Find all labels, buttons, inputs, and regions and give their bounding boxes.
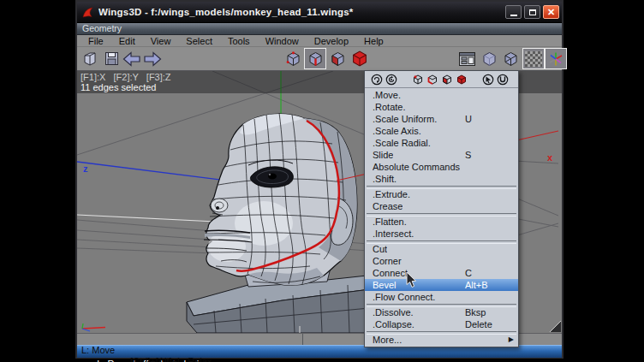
menu-item-shortcut: Delete [465,318,513,330]
close-button[interactable]: ✕ [543,5,559,19]
light-grid-line [77,215,216,222]
menu-item-label: .Scale Axis. [373,125,421,137]
menu-item-label: Connect [373,267,408,279]
menu-item-label: Corner [373,255,402,267]
menu-item-label: Slide [373,149,393,161]
face-mode-icon[interactable] [327,49,348,68]
menu-item-more[interactable]: More...▶ [365,334,518,346]
desktop: Wings3D - f:/wings_models/monkey_head_11… [0,0,644,362]
menubar-item-select[interactable]: Select [178,35,220,47]
menu-item-flatten[interactable]: .Flatten. [365,216,518,228]
titlebar[interactable]: Wings3D - f:/wings_models/monkey_head_11… [77,2,562,23]
body-mode-icon[interactable] [349,49,370,68]
menu-item-dissolve[interactable]: .Dissolve.Bksp [365,306,518,318]
mini-axes-icon [80,321,109,332]
menubar-item-file[interactable]: File [80,35,111,47]
menu-item-shortcut: Alt+B [465,279,513,291]
menu-item-scale-uniform[interactable]: .Scale Uniform.U [365,113,518,125]
menu-item-shortcut: Bksp [465,306,513,318]
menu-item-collapse[interactable]: .Collapse.Delete [365,318,518,330]
menu-item-bevel[interactable]: BevelAlt+B [365,279,518,291]
monkey-head-model[interactable] [204,113,357,285]
save-icon[interactable] [101,49,122,68]
menu-item-shortcut: U [465,113,513,125]
toolbar [77,47,562,71]
magnet-icon[interactable] [496,73,509,86]
menu-item-label: .Flatten. [373,216,407,228]
menu-item-shift[interactable]: .Shift. [365,173,518,185]
menu-item-label: .Move. [373,89,401,101]
mouse-help-left: L: Move [81,345,115,356]
menubar-item-tools[interactable]: Tools [220,35,258,47]
edge-mode-icon[interactable] [305,49,325,68]
vertex-mode-icon[interactable] [283,49,303,68]
repeat-args-icon[interactable] [385,73,397,86]
repeat-icon[interactable] [370,73,383,86]
pointer-icon[interactable] [481,73,494,86]
menu-item-shortcut: C [465,267,513,279]
menu-item-move[interactable]: .Move. [365,89,518,101]
context-menu-header [365,71,518,88]
windows-dialog-icon[interactable] [456,49,477,68]
menu-item-connect[interactable]: ConnectC [365,267,518,279]
menu-item-slide[interactable]: SlideS [365,149,518,161]
shaded-cube-icon[interactable] [479,49,499,68]
menubar-item-view[interactable]: View [143,35,179,47]
menu-item-label: Crease [373,200,402,212]
menu-item-label: More... [373,334,402,346]
ground-plane-icon[interactable] [523,49,544,68]
menu-item-scale-axis[interactable]: .Scale Axis. [365,125,518,137]
menu-item-label: .Dissolve. [373,306,414,318]
new-file-icon[interactable] [80,49,101,68]
menu-item-shortcut: S [465,149,513,161]
submenu-arrow-icon: ▶ [509,334,514,346]
menu-item-label: .Scale Uniform. [373,113,437,125]
face-mode-icon[interactable] [440,73,453,86]
edge-mode-icon[interactable] [426,73,438,86]
context-menu-items: .Move..Rotate..Scale Uniform.U.Scale Axi… [365,88,518,347]
menu-item-cut[interactable]: Cut [365,243,518,255]
menu-item-label: .Extrude. [373,188,410,200]
menu-item-label: .Collapse. [373,318,414,330]
body-mode-icon[interactable] [455,73,468,86]
z-axis-label: z [83,163,88,174]
menubar: FileEditViewSelectToolsWindowDevelopHelp [77,35,562,47]
menu-item-label: Bevel [373,279,397,291]
menu-item-label: .Shift. [373,173,397,185]
workspace-label: Geometry [82,23,122,33]
redo-arrow-icon[interactable] [142,49,163,68]
menu-item-intersect[interactable]: .Intersect. [365,228,518,240]
menubar-item-edit[interactable]: Edit [111,35,143,47]
x-axis-label: x [547,152,553,163]
menu-item-label: .Flow Connect. [373,291,435,303]
menu-item-label: .Scale Radial. [373,137,431,149]
axes-icon[interactable] [546,49,566,68]
menu-item-label: .Intersect. [373,228,414,240]
menu-item-label: Absolute Commands [373,161,460,173]
geometry-bar: Geometry [77,23,562,35]
mouse-help-mid: [Ctrl]+[Alt]+L: Relax [130,356,212,362]
menu-item-corner[interactable]: Corner [365,255,518,267]
menu-item-label: .Rotate. [373,101,406,113]
menubar-item-window[interactable]: Window [258,35,307,47]
menu-item-flow-connect[interactable]: .Flow Connect. [365,291,518,303]
undo-arrow-icon[interactable] [122,49,142,68]
menu-item-crease[interactable]: Crease [365,200,518,212]
window-title: Wings3D - f:/wings_models/monkey_head_11… [98,7,505,17]
menu-item-label: Cut [373,243,387,255]
menu-item-extrude[interactable]: .Extrude. [365,188,518,200]
menu-item-scale-radial[interactable]: .Scale Radial. [365,137,518,149]
resize-grip[interactable] [550,321,561,332]
menu-item-rotate[interactable]: .Rotate. [365,101,518,113]
wireframe-cube-icon[interactable] [500,49,521,68]
edge-context-menu: .Move..Rotate..Scale Uniform.U.Scale Axi… [364,70,519,347]
help-bar-divider [302,334,303,345]
maximize-button[interactable] [524,5,540,19]
wings3d-logo-icon [81,6,94,19]
menu-item-absolute-commands[interactable]: Absolute Commands [365,161,518,173]
menubar-item-develop[interactable]: Develop [307,35,356,47]
minimize-button[interactable] [505,5,522,19]
menubar-item-help[interactable]: Help [356,35,391,47]
mouse-cursor [406,272,417,288]
vertex-mode-icon[interactable] [411,73,424,86]
